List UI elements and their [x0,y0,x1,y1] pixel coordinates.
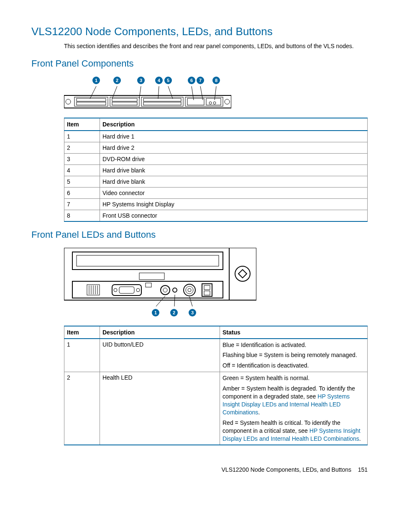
svg-rect-13 [77,102,106,105]
table-row: 6Video connector [64,187,368,198]
cell-desc: Health LED [100,372,220,445]
callout-6: 6 [188,77,195,84]
callout-1: 1 [92,77,100,84]
cell-item: 1 [64,339,100,372]
callout-7: 7 [197,77,204,84]
svg-point-43 [163,288,167,292]
svg-line-6 [200,86,203,100]
svg-point-9 [66,99,71,104]
table-row: 2Hard drive 2 [64,142,368,153]
status-line: Blue = Identification is activated. [223,341,365,349]
front-panel-leds-table: Item Description Status 1UID button/LEDB… [64,326,368,446]
cross-reference-link[interactable]: HP Systems Insight Display LEDs and Inte… [223,427,361,442]
table2-header-status: Status [220,326,368,339]
cell-desc: DVD-ROM drive [100,153,368,164]
svg-rect-25 [64,248,256,300]
callout-5: 5 [164,77,172,84]
svg-point-45 [184,284,195,296]
svg-point-47 [188,288,191,292]
svg-rect-21 [187,98,204,105]
heading-front-panel-leds: Front Panel LEDs and Buttons [31,229,368,240]
table2-header-desc: Description [100,326,220,339]
callout2-2: 2 [170,309,178,316]
svg-point-51 [235,266,250,281]
cell-desc: Hard drive blank [100,176,368,187]
table1-header-item: Item [64,118,100,131]
front-chassis-illustration [64,86,231,109]
cell-desc: Hard drive 2 [100,142,368,153]
heading-main: VLS12200 Node Components, LEDs, and Butt… [31,25,368,38]
cell-status: Green = System health is normal.Amber = … [220,372,368,445]
status-line: Off = Identification is deactivated. [223,362,365,370]
callout2-1: 1 [152,309,159,316]
status-line: Green = System health is normal. [223,374,365,382]
front-panel-leds-diagram: 1 2 3 [64,248,368,317]
cell-item: 4 [64,164,100,176]
svg-line-54 [174,295,175,306]
svg-rect-40 [119,287,134,293]
svg-line-53 [156,296,165,306]
svg-line-2 [139,86,141,99]
svg-rect-30 [72,281,223,298]
table-row: 1UID button/LEDBlue = Identification is … [64,339,368,372]
intro-paragraph: This section identifies and describes th… [64,42,368,51]
svg-rect-28 [77,255,219,266]
table-row: 3DVD-ROM drive [64,153,368,164]
svg-point-39 [136,288,140,292]
svg-rect-26 [229,248,256,300]
svg-rect-18 [143,98,181,101]
svg-line-7 [215,86,216,100]
cell-item: 5 [64,176,100,187]
callout-2: 2 [113,77,121,84]
cell-item: 1 [64,131,100,142]
cell-item: 7 [64,198,100,210]
cell-desc: Video connector [100,187,368,198]
svg-rect-19 [143,102,181,105]
cell-item: 2 [64,372,100,445]
cell-desc: HP Systems Insight Display [100,198,368,210]
cell-desc: Front USB connector [100,210,368,221]
callout-8: 8 [212,77,220,84]
status-line: Flashing blue = System is being remotely… [223,351,365,359]
footer-title: VLS12200 Node Components, LEDs, and Butt… [222,466,352,473]
svg-rect-22 [206,98,221,105]
cell-item: 2 [64,142,100,153]
svg-rect-16 [112,102,137,105]
svg-rect-41 [146,283,151,287]
front-panel-diagram: 1 2 3 4 5 6 7 8 [64,77,368,109]
cell-desc: Hard drive blank [100,164,368,176]
cell-item: 3 [64,153,100,164]
cell-desc: UID button/LED [100,339,220,372]
svg-point-44 [173,288,177,292]
table2-header-item: Item [64,326,100,339]
callout-3: 3 [137,77,145,84]
callout-4: 4 [155,77,163,84]
svg-rect-49 [204,285,210,290]
svg-rect-15 [112,98,137,101]
svg-rect-37 [112,285,141,296]
table-row: 4Hard drive blank [64,164,368,176]
table1-header-desc: Description [100,118,368,131]
table-row: 7HP Systems Insight Display [64,198,368,210]
table-row: 1Hard drive 1 [64,131,368,142]
svg-point-10 [225,99,230,104]
svg-rect-27 [72,252,223,270]
leds-chassis-illustration [64,248,256,306]
svg-rect-52 [238,270,247,278]
table-row: 5Hard drive blank [64,176,368,187]
table-row: 8Front USB connector [64,210,368,221]
svg-point-46 [186,286,193,294]
svg-rect-12 [77,98,106,101]
svg-rect-50 [204,291,210,295]
footer-page-number: 151 [358,466,368,473]
svg-line-5 [192,86,194,100]
svg-point-42 [161,285,170,295]
status-line: Red = System health is critical. To iden… [223,419,365,443]
svg-rect-29 [139,273,164,280]
table-row: 2Health LEDGreen = System health is norm… [64,372,368,445]
front-panel-components-table: Item Description 1Hard drive 12Hard driv… [64,118,368,222]
cell-item: 8 [64,210,100,221]
cross-reference-link[interactable]: HP Systems Insight Display LEDs and Inte… [223,393,350,416]
cell-item: 6 [64,187,100,198]
status-line: Amber = System health is degraded. To id… [223,385,365,416]
